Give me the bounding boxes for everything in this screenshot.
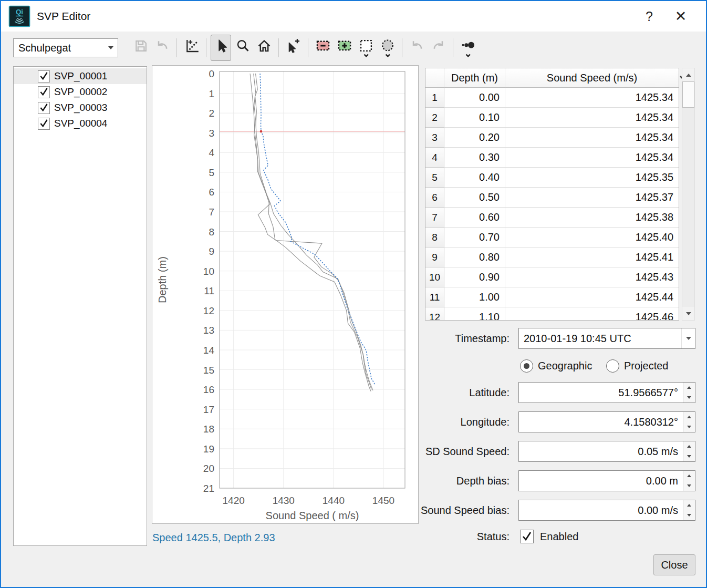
longitude-field[interactable]: 4.1580312° [518,411,695,432]
sound-speed-cell[interactable]: 1425.40 [505,228,679,247]
svp-item-checkbox[interactable] [38,118,50,130]
row-number-cell[interactable]: 5 [425,168,444,188]
sound-speed-cell[interactable]: 1425.34 [505,88,679,108]
svp-item-checkbox[interactable] [38,102,50,114]
sound-speed-cell[interactable]: 1425.38 [505,208,679,228]
geographic-radio[interactable] [520,359,533,373]
depth-cell[interactable]: 1.00 [444,287,505,307]
longitude-value[interactable]: 4.1580312° [519,412,683,432]
depth-cell[interactable]: 1.10 [444,307,505,321]
svp-list-item[interactable]: SVP_00001 [14,68,147,84]
zoom-tool-button[interactable] [232,35,253,61]
latitude-value[interactable]: 51.9566577° [519,383,683,403]
table-row: 80.701425.40 [425,228,679,247]
add-selection-button[interactable] [334,35,355,61]
depth-cell[interactable]: 0.10 [444,108,505,128]
sound-speed-cell[interactable]: 1425.43 [505,267,679,287]
row-number-cell[interactable]: 6 [425,188,444,208]
row-number-cell[interactable]: 11 [425,287,444,307]
spin-down-button[interactable] [683,451,695,461]
depth-cell[interactable]: 0.90 [444,267,505,287]
spin-down-button[interactable] [683,481,695,491]
home-view-button[interactable] [254,35,274,61]
depth-cell[interactable]: 0.70 [444,228,505,247]
depth-bias-value[interactable]: 0.00 m [519,471,683,491]
sound-speed-bias-field[interactable]: 0.00 m/s [518,500,695,521]
scroll-down-button[interactable] [682,307,694,320]
spin-up-button[interactable] [683,383,695,393]
svp-item-checkbox[interactable] [38,86,50,98]
redo-edit-button[interactable] [428,35,449,61]
row-number-cell[interactable]: 4 [425,148,444,168]
point-size-button[interactable] [458,35,478,61]
new-profile-button[interactable] [181,35,202,61]
svp-item-label: SVP_00004 [54,118,107,129]
status-enabled-checkbox[interactable] [520,530,534,543]
depth-cell[interactable]: 0.50 [444,188,505,208]
spin-up-button[interactable] [683,441,695,451]
depth-bias-field[interactable]: 0.00 m [518,470,695,491]
depth-cell[interactable]: 0.40 [444,168,505,188]
svp-profile-list[interactable]: SVP_00001SVP_00002SVP_00003SVP_00004 [13,66,147,546]
scrollbar-thumb[interactable] [682,81,694,108]
svp-item-checkbox[interactable] [38,70,50,82]
spin-up-button[interactable] [683,412,695,422]
remove-selection-button[interactable] [313,35,333,61]
svp-list-item[interactable]: SVP_00003 [14,100,147,116]
latitude-field[interactable]: 51.9566577° [518,382,695,403]
pointer-tool-button[interactable] [211,35,231,61]
depth-column-header[interactable]: Depth (m) [444,68,505,88]
window-close-button[interactable]: ✕ [665,1,696,32]
profile-data-table[interactable]: Depth (m)Sound Speed (m/s)10.001425.3420… [425,68,679,321]
sd-sound-speed-value[interactable]: 0.05 m/s [519,441,683,461]
spin-up-button[interactable] [683,471,695,481]
row-number-cell[interactable]: 8 [425,228,444,247]
y-tick-label: 17 [203,404,214,415]
spin-down-button[interactable] [683,510,695,520]
sound-speed-cell[interactable]: 1425.37 [505,188,679,208]
spin-down-button[interactable] [683,393,695,403]
sound-speed-column-header[interactable]: Sound Speed (m/s) [505,68,679,88]
depth-cell[interactable]: 0.60 [444,208,505,228]
timestamp-combobox[interactable]: 2010-01-19 10:45 UTC [518,328,695,349]
add-point-tool-button[interactable] [283,35,304,61]
scroll-up-button[interactable] [682,68,694,81]
row-number-cell[interactable]: 7 [425,208,444,228]
row-number-cell[interactable]: 1 [425,88,444,108]
projected-radio[interactable] [606,359,619,373]
spin-up-button[interactable] [683,500,695,510]
down-arrow-icon [687,514,691,517]
help-button[interactable]: ? [633,1,665,32]
close-button[interactable]: Close [653,554,695,575]
row-number-cell[interactable]: 3 [425,128,444,148]
ellipse-select-button[interactable] [377,35,398,61]
sound-speed-cell[interactable]: 1425.46 [505,307,679,321]
row-number-cell[interactable]: 9 [425,247,444,267]
svp-list-item[interactable]: SVP_00004 [14,116,147,131]
sound-speed-cell[interactable]: 1425.34 [505,128,679,148]
undo-edit-button[interactable] [407,35,427,61]
sound-speed-bias-value[interactable]: 0.00 m/s [519,500,683,520]
depth-cell[interactable]: 0.00 [444,88,505,108]
depth-cell[interactable]: 0.30 [444,148,505,168]
longitude-spinner [683,412,695,432]
svp-set-combobox[interactable]: Schulpegat [13,38,118,57]
sound-speed-cell[interactable]: 1425.41 [505,247,679,267]
rect-select-button[interactable] [356,35,376,61]
sd-sound-speed-field[interactable]: 0.05 m/s [518,441,695,462]
row-number-cell[interactable]: 10 [425,267,444,287]
row-number-cell[interactable]: 12 [425,307,444,321]
sound-speed-cell[interactable]: 1425.35 [505,168,679,188]
depth-cell[interactable]: 0.80 [444,247,505,267]
save-button[interactable] [130,35,151,61]
svp-list-item[interactable]: SVP_00002 [14,84,147,100]
sound-speed-cell[interactable]: 1425.34 [505,108,679,128]
revert-button[interactable] [152,35,172,61]
spin-down-button[interactable] [683,422,695,432]
table-scrollbar[interactable] [682,68,695,321]
geographic-radio-label: Geographic [538,359,592,373]
depth-cell[interactable]: 0.20 [444,128,505,148]
row-number-cell[interactable]: 2 [425,108,444,128]
sound-speed-cell[interactable]: 1425.34 [505,148,679,168]
sound-speed-cell[interactable]: 1425.44 [505,287,679,307]
